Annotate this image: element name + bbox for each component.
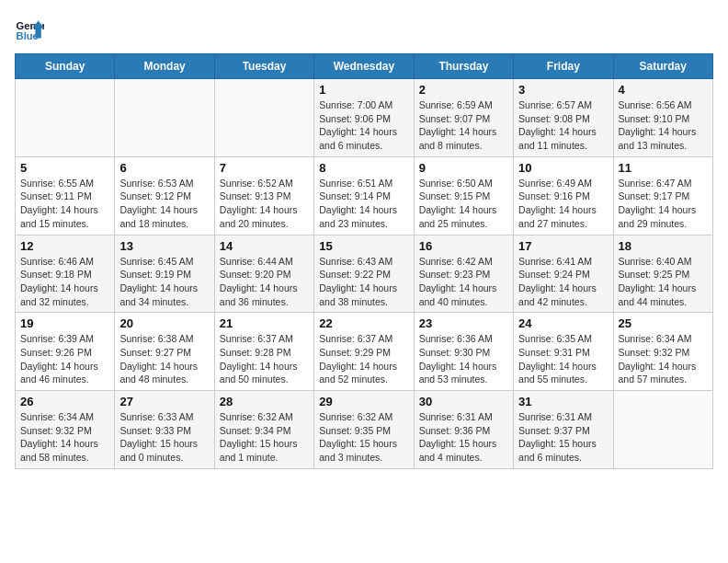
day-info: Sunrise: 6:41 AMSunset: 9:24 PMDaylight:… xyxy=(518,255,608,309)
calendar-cell: 12Sunrise: 6:46 AMSunset: 9:18 PMDayligh… xyxy=(16,235,115,313)
weekday-header-saturday: Saturday xyxy=(613,54,712,79)
day-info: Sunrise: 6:42 AMSunset: 9:23 PMDaylight:… xyxy=(419,255,508,309)
weekday-header-friday: Friday xyxy=(514,54,613,79)
logo-icon: General Blue xyxy=(15,15,44,44)
calendar-cell: 26Sunrise: 6:34 AMSunset: 9:32 PMDayligh… xyxy=(16,391,115,469)
weekday-header-thursday: Thursday xyxy=(414,54,513,79)
day-info: Sunrise: 6:35 AMSunset: 9:31 PMDaylight:… xyxy=(518,332,608,386)
day-info: Sunrise: 6:31 AMSunset: 9:37 PMDaylight:… xyxy=(518,410,608,465)
day-info: Sunrise: 6:44 AMSunset: 9:20 PMDaylight:… xyxy=(220,255,309,309)
week-row-3: 12Sunrise: 6:46 AMSunset: 9:18 PMDayligh… xyxy=(16,235,713,313)
weekday-header-tuesday: Tuesday xyxy=(214,54,313,79)
day-number: 15 xyxy=(319,239,408,253)
day-info: Sunrise: 6:51 AMSunset: 9:14 PMDaylight:… xyxy=(319,177,408,231)
calendar-cell: 24Sunrise: 6:35 AMSunset: 9:31 PMDayligh… xyxy=(514,313,613,391)
day-info: Sunrise: 6:40 AMSunset: 9:25 PMDaylight:… xyxy=(619,255,708,309)
calendar-cell: 2Sunrise: 6:59 AMSunset: 9:07 PMDaylight… xyxy=(414,79,513,157)
day-number: 4 xyxy=(619,83,708,97)
day-number: 2 xyxy=(419,83,508,97)
day-number: 18 xyxy=(619,239,708,253)
day-number: 20 xyxy=(119,316,209,330)
calendar-cell: 25Sunrise: 6:34 AMSunset: 9:32 PMDayligh… xyxy=(613,313,712,391)
day-number: 6 xyxy=(119,161,209,175)
day-info: Sunrise: 6:59 AMSunset: 9:07 PMDaylight:… xyxy=(419,98,508,153)
day-info: Sunrise: 6:53 AMSunset: 9:12 PMDaylight:… xyxy=(119,177,209,231)
calendar-body: 1Sunrise: 7:00 AMSunset: 9:06 PMDaylight… xyxy=(16,79,713,469)
day-info: Sunrise: 6:38 AMSunset: 9:27 PMDaylight:… xyxy=(119,332,209,386)
day-number: 29 xyxy=(319,395,408,408)
calendar-cell: 27Sunrise: 6:33 AMSunset: 9:33 PMDayligh… xyxy=(115,391,214,469)
day-number: 5 xyxy=(20,161,109,175)
calendar-table: SundayMondayTuesdayWednesdayThursdayFrid… xyxy=(15,53,713,469)
week-row-5: 26Sunrise: 6:34 AMSunset: 9:32 PMDayligh… xyxy=(16,391,713,469)
day-info: Sunrise: 6:47 AMSunset: 9:17 PMDaylight:… xyxy=(619,177,708,231)
calendar-cell: 1Sunrise: 7:00 AMSunset: 9:06 PMDaylight… xyxy=(314,79,414,157)
weekday-header-sunday: Sunday xyxy=(16,54,115,79)
day-number: 21 xyxy=(220,316,309,330)
day-number: 10 xyxy=(518,161,608,175)
day-number: 3 xyxy=(518,83,608,97)
calendar-cell: 6Sunrise: 6:53 AMSunset: 9:12 PMDaylight… xyxy=(115,156,214,235)
day-number: 24 xyxy=(518,316,608,330)
calendar-cell: 21Sunrise: 6:37 AMSunset: 9:28 PMDayligh… xyxy=(214,313,313,391)
day-info: Sunrise: 6:43 AMSunset: 9:22 PMDaylight:… xyxy=(319,255,408,309)
day-number: 27 xyxy=(119,395,209,408)
calendar-cell: 29Sunrise: 6:32 AMSunset: 9:35 PMDayligh… xyxy=(314,391,414,469)
day-number: 31 xyxy=(518,395,608,408)
day-info: Sunrise: 7:00 AMSunset: 9:06 PMDaylight:… xyxy=(319,98,408,153)
day-info: Sunrise: 6:39 AMSunset: 9:26 PMDaylight:… xyxy=(20,332,109,386)
calendar-cell: 18Sunrise: 6:40 AMSunset: 9:25 PMDayligh… xyxy=(613,235,712,313)
calendar-cell xyxy=(613,391,712,469)
calendar-cell: 16Sunrise: 6:42 AMSunset: 9:23 PMDayligh… xyxy=(414,235,513,313)
calendar-cell: 10Sunrise: 6:49 AMSunset: 9:16 PMDayligh… xyxy=(514,156,613,235)
day-info: Sunrise: 6:52 AMSunset: 9:13 PMDaylight:… xyxy=(220,177,309,231)
day-number: 23 xyxy=(419,316,508,330)
day-number: 13 xyxy=(119,239,209,253)
day-number: 12 xyxy=(20,239,109,253)
weekday-header-wednesday: Wednesday xyxy=(314,54,414,79)
day-info: Sunrise: 6:32 AMSunset: 9:35 PMDaylight:… xyxy=(319,410,408,465)
calendar-cell: 23Sunrise: 6:36 AMSunset: 9:30 PMDayligh… xyxy=(414,313,513,391)
calendar-cell: 11Sunrise: 6:47 AMSunset: 9:17 PMDayligh… xyxy=(613,156,712,235)
calendar-cell: 9Sunrise: 6:50 AMSunset: 9:15 PMDaylight… xyxy=(414,156,513,235)
day-info: Sunrise: 6:57 AMSunset: 9:08 PMDaylight:… xyxy=(518,98,608,153)
week-row-2: 5Sunrise: 6:55 AMSunset: 9:11 PMDaylight… xyxy=(16,156,713,235)
day-number: 9 xyxy=(419,161,508,175)
header: General Blue xyxy=(15,15,713,44)
calendar-cell xyxy=(115,79,214,157)
calendar-cell: 4Sunrise: 6:56 AMSunset: 9:10 PMDaylight… xyxy=(613,79,712,157)
calendar-cell: 20Sunrise: 6:38 AMSunset: 9:27 PMDayligh… xyxy=(115,313,214,391)
day-info: Sunrise: 6:32 AMSunset: 9:34 PMDaylight:… xyxy=(220,410,309,465)
calendar-cell: 15Sunrise: 6:43 AMSunset: 9:22 PMDayligh… xyxy=(314,235,414,313)
day-number: 22 xyxy=(319,316,408,330)
calendar-cell: 5Sunrise: 6:55 AMSunset: 9:11 PMDaylight… xyxy=(16,156,115,235)
day-info: Sunrise: 6:49 AMSunset: 9:16 PMDaylight:… xyxy=(518,177,608,231)
day-info: Sunrise: 6:34 AMSunset: 9:32 PMDaylight:… xyxy=(619,332,708,386)
day-number: 25 xyxy=(619,316,708,330)
calendar-cell: 28Sunrise: 6:32 AMSunset: 9:34 PMDayligh… xyxy=(214,391,313,469)
calendar-cell: 31Sunrise: 6:31 AMSunset: 9:37 PMDayligh… xyxy=(514,391,613,469)
week-row-1: 1Sunrise: 7:00 AMSunset: 9:06 PMDaylight… xyxy=(16,79,713,157)
day-info: Sunrise: 6:37 AMSunset: 9:28 PMDaylight:… xyxy=(220,332,309,386)
calendar-cell: 14Sunrise: 6:44 AMSunset: 9:20 PMDayligh… xyxy=(214,235,313,313)
weekday-header-monday: Monday xyxy=(115,54,214,79)
day-info: Sunrise: 6:36 AMSunset: 9:30 PMDaylight:… xyxy=(419,332,508,386)
calendar-cell: 8Sunrise: 6:51 AMSunset: 9:14 PMDaylight… xyxy=(314,156,414,235)
day-number: 30 xyxy=(419,395,508,408)
day-info: Sunrise: 6:55 AMSunset: 9:11 PMDaylight:… xyxy=(20,177,109,231)
day-number: 16 xyxy=(419,239,508,253)
day-number: 26 xyxy=(20,395,109,408)
weekday-header-row: SundayMondayTuesdayWednesdayThursdayFrid… xyxy=(16,54,713,79)
day-info: Sunrise: 6:37 AMSunset: 9:29 PMDaylight:… xyxy=(319,332,408,386)
day-info: Sunrise: 6:33 AMSunset: 9:33 PMDaylight:… xyxy=(119,410,209,465)
day-number: 7 xyxy=(220,161,309,175)
week-row-4: 19Sunrise: 6:39 AMSunset: 9:26 PMDayligh… xyxy=(16,313,713,391)
day-info: Sunrise: 6:56 AMSunset: 9:10 PMDaylight:… xyxy=(619,98,708,153)
day-number: 8 xyxy=(319,161,408,175)
day-info: Sunrise: 6:46 AMSunset: 9:18 PMDaylight:… xyxy=(20,255,109,309)
svg-text:Blue: Blue xyxy=(17,30,39,41)
day-info: Sunrise: 6:31 AMSunset: 9:36 PMDaylight:… xyxy=(419,410,508,465)
calendar-cell xyxy=(16,79,115,157)
day-number: 28 xyxy=(220,395,309,408)
day-number: 19 xyxy=(20,316,109,330)
